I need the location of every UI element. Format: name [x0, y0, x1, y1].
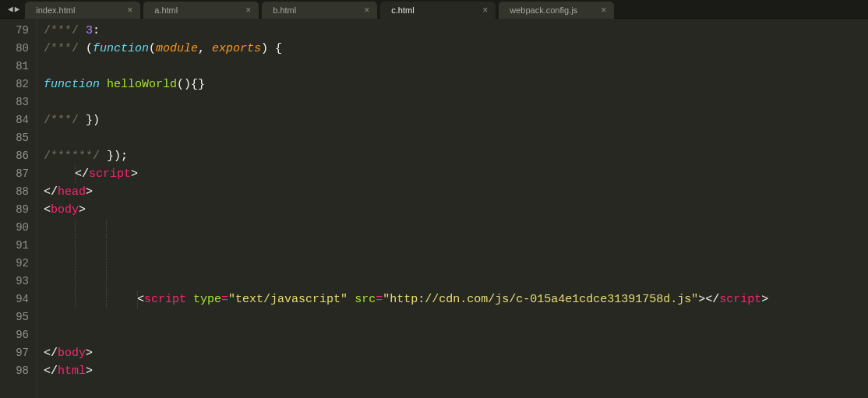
- code-line[interactable]: [44, 255, 768, 273]
- code-line[interactable]: /***/ 3:: [44, 22, 768, 40]
- code-line[interactable]: [44, 237, 768, 255]
- token: </: [44, 347, 58, 360]
- token: /***/: [44, 114, 79, 127]
- code-line[interactable]: /***/ (function(module, exports) {: [44, 40, 768, 58]
- line-number: 80: [0, 40, 29, 58]
- editor[interactable]: 7980818283848586878889909192939495969798…: [0, 19, 868, 398]
- token: [348, 293, 355, 306]
- line-number: 90: [0, 219, 29, 237]
- token: (){}: [177, 78, 205, 91]
- token: type: [193, 293, 221, 306]
- token: head: [58, 185, 86, 199]
- line-number: 98: [0, 362, 29, 380]
- gutter: 7980818283848586878889909192939495969798: [0, 19, 37, 398]
- code-line[interactable]: [44, 129, 768, 147]
- token: });: [100, 150, 128, 163]
- close-icon[interactable]: ×: [476, 5, 488, 16]
- close-icon[interactable]: ×: [595, 5, 606, 16]
- token: /***/: [44, 42, 79, 55]
- token: }): [79, 114, 100, 127]
- token: </: [44, 185, 58, 199]
- code-line[interactable]: </head>: [44, 183, 768, 201]
- token: html: [58, 365, 86, 378]
- line-number: 88: [0, 183, 29, 201]
- token: </: [44, 365, 58, 378]
- indent-guide: [106, 237, 107, 255]
- tab-b-html[interactable]: b.html×: [261, 1, 378, 19]
- tab-label: b.html: [273, 5, 296, 15]
- code-line[interactable]: </html>: [44, 362, 768, 380]
- code-line[interactable]: /***/ }): [44, 111, 768, 129]
- token: =: [376, 293, 383, 306]
- line-number: 93: [0, 273, 29, 291]
- code-line[interactable]: <script type="text/javascript" src="http…: [44, 291, 768, 308]
- token: <: [44, 203, 51, 217]
- line-number: 79: [0, 22, 29, 40]
- token: exports: [212, 42, 261, 55]
- tab-index-html[interactable]: index.html×: [24, 1, 141, 19]
- code-line[interactable]: function helloWorld(){}: [44, 76, 768, 93]
- line-number: 97: [0, 344, 29, 362]
- token: /***/: [44, 24, 79, 37]
- token: script: [89, 167, 131, 181]
- token: >: [86, 347, 93, 360]
- code-line[interactable]: </script>: [44, 165, 768, 183]
- code-line[interactable]: [44, 93, 768, 111]
- line-number: 89: [0, 201, 29, 219]
- tab-label: c.html: [391, 5, 414, 15]
- token: module: [156, 42, 198, 55]
- token: script: [719, 293, 761, 306]
- tab-webpack-config-js[interactable]: webpack.config.js×: [498, 1, 615, 19]
- line-number: 95: [0, 308, 29, 326]
- code-line[interactable]: <body>: [44, 201, 768, 219]
- indent-guide: [106, 255, 107, 273]
- token: =: [221, 293, 228, 306]
- tab-label: webpack.config.js: [510, 5, 577, 15]
- indent-guide: [75, 255, 76, 273]
- code-line[interactable]: [44, 219, 768, 237]
- code-area[interactable]: /***/ 3:/***/ (function(module, exports)…: [37, 19, 768, 398]
- token: script: [144, 293, 186, 306]
- close-icon[interactable]: ×: [358, 5, 369, 16]
- line-number: 83: [0, 93, 29, 111]
- nav-back-icon[interactable]: ◀: [8, 4, 13, 14]
- code-line[interactable]: /******/ });: [44, 147, 768, 165]
- line-number: 96: [0, 326, 29, 344]
- token: >: [86, 185, 93, 199]
- token: :: [93, 24, 100, 37]
- tab-label: index.html: [36, 5, 75, 15]
- line-number: 85: [0, 129, 29, 147]
- tab-a-html[interactable]: a.html×: [143, 1, 259, 19]
- indent-guide: [75, 165, 76, 183]
- token: [186, 293, 193, 306]
- indent-guide: [75, 291, 76, 308]
- nav-arrows: ◀ ▶: [3, 0, 24, 18]
- nav-forward-icon[interactable]: ▶: [15, 4, 20, 14]
- token: ,: [198, 42, 212, 55]
- line-number: 92: [0, 255, 29, 273]
- token: src: [355, 293, 376, 306]
- close-icon[interactable]: ×: [121, 5, 132, 16]
- token: helloWorld: [107, 78, 177, 91]
- tab-label: a.html: [154, 5, 178, 15]
- tab-c-html[interactable]: c.html×: [379, 1, 496, 19]
- code-line[interactable]: [44, 326, 768, 344]
- tab-bar: index.html×a.html×b.html×c.html×webpack.…: [24, 0, 616, 19]
- line-number: 91: [0, 237, 29, 255]
- token: /******/: [44, 150, 100, 163]
- token: ) {: [261, 42, 282, 55]
- line-number: 94: [0, 291, 29, 308]
- token: "http://cdn.com/js/c-015a4e1cdce31391758…: [383, 293, 698, 306]
- line-number: 86: [0, 147, 29, 165]
- indent-guide: [106, 273, 107, 291]
- code-line[interactable]: [44, 58, 768, 76]
- code-line[interactable]: [44, 308, 768, 326]
- token: body: [51, 203, 79, 217]
- token: function: [44, 78, 100, 91]
- code-line[interactable]: [44, 273, 768, 291]
- indent-guide: [106, 219, 107, 237]
- indent-guide: [75, 219, 76, 237]
- close-icon[interactable]: ×: [239, 5, 251, 16]
- token: >: [86, 365, 93, 378]
- code-line[interactable]: </body>: [44, 344, 768, 362]
